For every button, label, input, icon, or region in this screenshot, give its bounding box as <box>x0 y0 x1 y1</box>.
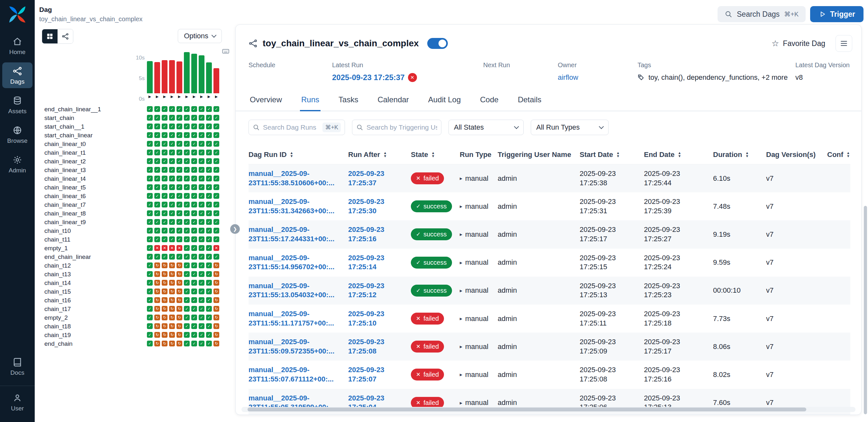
task-instance-upstream_failed[interactable]: ↻ <box>162 297 167 303</box>
breadcrumb-dag-name[interactable]: toy_chain_linear_vs_chain_complex <box>39 16 143 23</box>
task-instance-success[interactable]: ✓ <box>206 210 212 216</box>
task-name[interactable]: chain_linear_t2 <box>44 158 86 165</box>
sidebar-item-docs[interactable]: Docs <box>2 354 32 379</box>
tab-tasks[interactable]: Tasks <box>337 90 360 111</box>
column-header-state[interactable]: State▲▼ <box>411 145 460 164</box>
task-instance-success[interactable]: ✓ <box>162 184 167 190</box>
task-instance-success[interactable]: ✓ <box>162 123 167 129</box>
task-instance-upstream_failed[interactable]: ↻ <box>214 271 219 277</box>
task-instance-success[interactable]: ✓ <box>147 193 153 199</box>
task-instance-failed[interactable]: ✕ <box>162 245 167 251</box>
task-name[interactable]: start_chain__1 <box>44 123 85 130</box>
task-instance-success[interactable]: ✓ <box>214 150 219 155</box>
run-after-link[interactable]: 2025-09-2317:25:16 <box>348 225 407 243</box>
task-instance-upstream_failed[interactable]: ↻ <box>214 314 219 320</box>
dag-run-row[interactable]: manual__2025-09-23T11:55:14.956702+00:..… <box>248 249 850 277</box>
task-instance-success[interactable]: ✓ <box>206 150 212 155</box>
task-instance-success[interactable]: ✓ <box>199 115 205 121</box>
dag-pause-toggle[interactable] <box>427 38 448 49</box>
task-name[interactable]: chain_t19 <box>44 332 71 339</box>
task-instance-upstream_failed[interactable]: ↻ <box>154 271 160 277</box>
task-instance-success[interactable]: ✓ <box>154 176 160 181</box>
task-instance-success[interactable]: ✓ <box>214 115 219 121</box>
task-name[interactable]: chain_t18 <box>44 323 71 330</box>
task-instance-upstream_failed[interactable]: ↻ <box>214 289 219 294</box>
task-instance-success[interactable]: ✓ <box>177 150 182 155</box>
task-instance-success[interactable]: ✓ <box>154 184 160 190</box>
task-instance-success[interactable]: ✓ <box>162 132 167 138</box>
task-instance-success[interactable]: ✓ <box>169 167 175 173</box>
task-instance-success[interactable]: ✓ <box>154 254 160 260</box>
task-instance-success[interactable]: ✓ <box>177 141 182 147</box>
task-instance-success[interactable]: ✓ <box>184 289 190 294</box>
column-header-duration[interactable]: Duration▲▼ <box>713 145 766 164</box>
task-instance-upstream_failed[interactable]: ↻ <box>177 263 182 268</box>
task-instance-success[interactable]: ✓ <box>191 158 197 164</box>
task-instance-success[interactable]: ✓ <box>169 132 175 138</box>
sort-icon[interactable]: ▲▼ <box>431 151 435 158</box>
task-instance-success[interactable]: ✓ <box>154 236 160 242</box>
task-instance-success[interactable]: ✓ <box>147 210 153 216</box>
task-instance-success[interactable]: ✓ <box>184 123 190 129</box>
grid-view-button[interactable] <box>42 29 58 43</box>
task-instance-success[interactable]: ✓ <box>206 228 212 234</box>
task-instance-success[interactable]: ✓ <box>191 141 197 147</box>
task-instance-success[interactable]: ✓ <box>177 132 182 138</box>
task-instance-success[interactable]: ✓ <box>169 193 175 199</box>
task-instance-success[interactable]: ✓ <box>214 123 219 129</box>
task-instance-success[interactable]: ✓ <box>199 341 205 346</box>
dag-run-id-link[interactable]: manual__2025-09-23T11:55:07.671112+00:..… <box>248 365 344 384</box>
task-instance-success[interactable]: ✓ <box>169 106 175 112</box>
task-instance-success[interactable]: ✓ <box>199 332 205 338</box>
task-instance-success[interactable]: ✓ <box>191 341 197 346</box>
task-instance-success[interactable]: ✓ <box>214 254 219 260</box>
sort-icon[interactable]: ▲▼ <box>616 151 620 158</box>
task-instance-success[interactable]: ✓ <box>154 123 160 129</box>
task-instance-success[interactable]: ✓ <box>147 132 153 138</box>
task-instance-success[interactable]: ✓ <box>191 323 197 329</box>
sort-icon[interactable]: ▲▼ <box>678 151 681 158</box>
task-instance-success[interactable]: ✓ <box>199 193 205 199</box>
task-instance-success[interactable]: ✓ <box>184 115 190 121</box>
task-instance-upstream_failed[interactable]: ↻ <box>154 323 160 329</box>
task-instance-success[interactable]: ✓ <box>206 167 212 173</box>
owner-link[interactable]: airflow <box>558 73 578 82</box>
task-instance-success[interactable]: ✓ <box>184 141 190 147</box>
task-instance-success[interactable]: ✓ <box>191 123 197 129</box>
task-instance-success[interactable]: ✓ <box>177 236 182 242</box>
task-instance-upstream_failed[interactable]: ↻ <box>162 289 167 294</box>
task-instance-upstream_failed[interactable]: ↻ <box>214 263 219 268</box>
task-name[interactable]: chain_t14 <box>44 279 71 287</box>
task-instance-success[interactable]: ✓ <box>169 254 175 260</box>
task-instance-success[interactable]: ✓ <box>199 150 205 155</box>
task-instance-success[interactable]: ✓ <box>214 132 219 138</box>
task-instance-success[interactable]: ✓ <box>191 210 197 216</box>
run-duration-bar[interactable] <box>191 54 197 93</box>
task-instance-success[interactable]: ✓ <box>191 219 197 225</box>
task-instance-success[interactable]: ✓ <box>169 158 175 164</box>
task-instance-success[interactable]: ✓ <box>199 254 205 260</box>
task-instance-success[interactable]: ✓ <box>169 236 175 242</box>
task-instance-success[interactable]: ✓ <box>206 323 212 329</box>
task-instance-success[interactable]: ✓ <box>177 167 182 173</box>
task-instance-upstream_failed[interactable]: ↻ <box>154 341 160 346</box>
task-instance-success[interactable]: ✓ <box>184 314 190 320</box>
task-instance-upstream_failed[interactable]: ↻ <box>169 314 175 320</box>
run-duration-bar[interactable] <box>147 61 153 93</box>
tab-runs[interactable]: Runs <box>300 90 320 111</box>
sidebar-item-user[interactable]: User <box>2 389 32 415</box>
task-instance-success[interactable]: ✓ <box>184 228 190 234</box>
horizontal-scrollbar-thumb[interactable] <box>248 408 806 412</box>
task-instance-success[interactable]: ✓ <box>214 184 219 190</box>
run-duration-bar[interactable] <box>162 60 167 93</box>
task-instance-success[interactable]: ✓ <box>169 184 175 190</box>
vertical-scrollbar-thumb[interactable] <box>864 206 867 414</box>
search-dag-runs-input[interactable] <box>263 123 319 131</box>
task-instance-upstream_failed[interactable]: ↻ <box>177 289 182 294</box>
task-instance-success[interactable]: ✓ <box>154 141 160 147</box>
task-instance-upstream_failed[interactable]: ↻ <box>162 280 167 285</box>
task-instance-success[interactable]: ✓ <box>147 150 153 155</box>
run-duration-bar[interactable] <box>177 61 182 93</box>
dag-run-id-link[interactable]: manual__2025-09-23T11:55:38.510606+00:..… <box>248 169 344 187</box>
sidebar-item-admin[interactable]: Admin <box>2 151 32 177</box>
